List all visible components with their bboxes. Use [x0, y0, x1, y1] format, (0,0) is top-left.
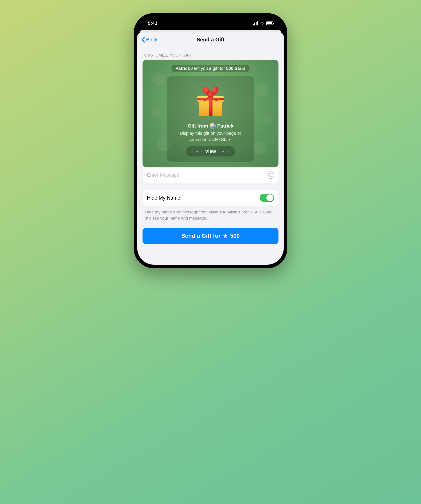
star-icon: [223, 233, 228, 239]
chevron-left-icon: [141, 36, 145, 43]
hide-name-note: Hide my name and message from visitors t…: [145, 209, 276, 221]
smiley-icon: [268, 173, 273, 177]
modal-sheet: Back Send a Gift CUSTOMIZE YOUR GIFT Pat…: [137, 32, 284, 265]
gift-box-icon: [191, 81, 230, 120]
gift-from-name: Patrick: [217, 123, 233, 129]
sender-avatar: [210, 123, 215, 129]
hide-name-toggle[interactable]: [260, 194, 274, 202]
banner-mid: sent you a gift for: [190, 66, 226, 71]
status-time: 9:41: [148, 20, 158, 26]
emoji-button[interactable]: [267, 171, 274, 179]
gift-card: Gift from Patrick Display this gift on y…: [167, 76, 254, 162]
back-label: Back: [146, 36, 158, 43]
gift-preview: Patrick sent you a gift for 500 Stars: [142, 60, 279, 168]
svg-rect-3: [197, 98, 224, 100]
section-header: CUSTOMIZE YOUR GIFT: [137, 47, 284, 60]
page-title: Send a Gift: [197, 36, 225, 43]
message-input[interactable]: [147, 172, 267, 178]
toggle-knob: [266, 194, 274, 201]
send-prefix: Send a Gift for: [181, 233, 220, 239]
hide-name-row: Hide My Name: [142, 190, 279, 206]
battery-icon: [266, 21, 273, 25]
view-label: View: [205, 149, 216, 154]
gift-description: Display this gift on your page or conver…: [173, 130, 248, 143]
hide-name-label: Hide My Name: [147, 195, 180, 201]
gift-from-prefix: Gift from: [188, 123, 208, 129]
sparkle-icon: ･ ✦ ･: [218, 150, 229, 153]
cellular-icon: [253, 21, 258, 25]
view-button[interactable]: ･ ✦ ･ View ･ ✦ ･: [186, 146, 235, 156]
send-gift-button[interactable]: Send a Gift for 500: [142, 228, 279, 244]
sparkle-icon: ･ ✦ ･: [192, 150, 203, 153]
send-amount: 500: [230, 233, 240, 239]
phone-frame: 9:41 Back Send a Gift: [134, 13, 287, 268]
wifi-icon: [260, 21, 264, 25]
svg-point-6: [270, 175, 270, 175]
banner-amount: 500 Stars: [226, 66, 246, 71]
svg-point-5: [268, 173, 272, 177]
preview-banner: Patrick sent you a gift for 500 Stars: [171, 65, 250, 72]
svg-point-7: [271, 175, 271, 175]
message-row: [142, 168, 279, 183]
back-button[interactable]: Back: [141, 32, 158, 47]
banner-sender: Patrick: [175, 66, 190, 71]
status-bar: 9:41: [137, 17, 284, 30]
phone-screen: 9:41 Back Send a Gift: [137, 17, 284, 265]
status-indicators: [253, 21, 273, 25]
gift-from-line: Gift from Patrick: [173, 123, 248, 129]
nav-bar: Back Send a Gift: [137, 32, 284, 47]
